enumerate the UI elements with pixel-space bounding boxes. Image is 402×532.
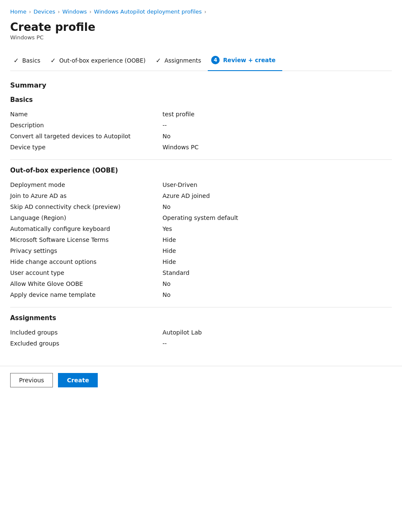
field-hide-account: Hide change account options Hide	[10, 256, 392, 267]
field-privacy: Privacy settings Hide	[10, 245, 392, 256]
field-value-privacy: Hide	[162, 247, 392, 254]
field-white-glove: Allow White Glove OOBE No	[10, 278, 392, 289]
field-label-name: Name	[10, 111, 162, 118]
field-value-license: Hide	[162, 236, 392, 243]
breadcrumb-sep-1: ›	[29, 9, 31, 15]
field-description: Description --	[10, 120, 392, 131]
field-label-device-type: Device type	[10, 144, 162, 151]
field-join-azure: Join to Azure AD as Azure AD joined	[10, 190, 392, 201]
field-value-hide-account: Hide	[162, 258, 392, 265]
field-device-type: Device type Windows PC	[10, 142, 392, 153]
summary-title: Summary	[10, 81, 392, 89]
page-subtitle: Windows PC	[10, 34, 392, 41]
field-language: Language (Region) Operating system defau…	[10, 212, 392, 223]
field-value-name: test profile	[162, 111, 392, 118]
field-value-user-account-type: Standard	[162, 269, 392, 276]
divider-1	[10, 159, 392, 160]
field-label-join-azure: Join to Azure AD as	[10, 192, 162, 199]
field-label-privacy: Privacy settings	[10, 247, 162, 254]
breadcrumb-sep-3: ›	[89, 9, 91, 15]
create-button[interactable]: Create	[58, 373, 98, 387]
field-value-device-name-template: No	[162, 291, 392, 298]
field-label-deployment-mode: Deployment mode	[10, 181, 162, 188]
field-value-skip-ad: No	[162, 203, 392, 210]
field-label-license: Microsoft Software License Terms	[10, 236, 162, 243]
summary-section: Summary Basics Name test profile Descrip…	[10, 81, 392, 349]
field-user-account-type: User account type Standard	[10, 267, 392, 278]
field-label-included-groups: Included groups	[10, 329, 162, 336]
field-label-hide-account: Hide change account options	[10, 258, 162, 265]
step-review[interactable]: 4 Review + create	[208, 51, 282, 71]
field-label-excluded-groups: Excluded groups	[10, 340, 162, 347]
field-label-keyboard: Automatically configure keyboard	[10, 225, 162, 232]
field-label-convert: Convert all targeted devices to Autopilo…	[10, 133, 162, 140]
field-deployment-mode: Deployment mode User-Driven	[10, 179, 392, 190]
breadcrumb-devices[interactable]: Devices	[33, 8, 55, 15]
step-check-assignments: ✓	[156, 57, 161, 64]
field-device-name-template: Apply device name template No	[10, 289, 392, 300]
step-label-review: Review + create	[223, 57, 275, 63]
field-value-description: --	[162, 122, 392, 129]
field-label-skip-ad: Skip AD connectivity check (preview)	[10, 203, 162, 210]
breadcrumb-home[interactable]: Home	[10, 8, 26, 15]
field-value-deployment-mode: User-Driven	[162, 181, 392, 188]
page-title: Create profile	[10, 21, 392, 33]
field-label-white-glove: Allow White Glove OOBE	[10, 280, 162, 287]
breadcrumb-windows[interactable]: Windows	[62, 8, 87, 15]
footer: Previous Create	[0, 366, 402, 394]
step-basics[interactable]: ✓ Basics	[10, 52, 47, 70]
field-value-included-groups: Autopilot Lab	[162, 329, 392, 336]
step-assignments[interactable]: ✓ Assignments	[152, 52, 208, 70]
field-value-convert: No	[162, 133, 392, 140]
section-title-assignments: Assignments	[10, 314, 392, 322]
field-convert: Convert all targeted devices to Autopilo…	[10, 131, 392, 142]
field-label-description: Description	[10, 122, 162, 129]
page-container: Home › Devices › Windows › Windows Autop…	[0, 0, 402, 349]
field-skip-ad: Skip AD connectivity check (preview) No	[10, 201, 392, 212]
field-value-language: Operating system default	[162, 214, 392, 221]
field-name: Name test profile	[10, 109, 392, 120]
step-label-oobe: Out-of-box experience (OOBE)	[59, 57, 146, 64]
field-label-user-account-type: User account type	[10, 269, 162, 276]
field-excluded-groups: Excluded groups --	[10, 338, 392, 349]
field-included-groups: Included groups Autopilot Lab	[10, 327, 392, 338]
field-keyboard: Automatically configure keyboard Yes	[10, 223, 392, 234]
breadcrumb: Home › Devices › Windows › Windows Autop…	[10, 8, 392, 15]
field-label-device-name-template: Apply device name template	[10, 291, 162, 298]
field-value-keyboard: Yes	[162, 225, 392, 232]
field-value-excluded-groups: --	[162, 340, 392, 347]
breadcrumb-sep-2: ›	[58, 9, 60, 15]
breadcrumb-profiles[interactable]: Windows Autopilot deployment profiles	[94, 8, 202, 15]
divider-2	[10, 307, 392, 307]
wizard-steps: ✓ Basics ✓ Out-of-box experience (OOBE) …	[10, 51, 392, 71]
field-label-language: Language (Region)	[10, 214, 162, 221]
step-label-assignments: Assignments	[165, 57, 201, 64]
step-check-basics: ✓	[14, 57, 19, 64]
previous-button[interactable]: Previous	[10, 373, 53, 387]
field-license: Microsoft Software License Terms Hide	[10, 234, 392, 245]
section-title-basics: Basics	[10, 96, 392, 104]
field-value-device-type: Windows PC	[162, 144, 392, 151]
breadcrumb-sep-4: ›	[204, 9, 207, 15]
section-title-oobe: Out-of-box experience (OOBE)	[10, 167, 392, 174]
step-check-oobe: ✓	[50, 57, 56, 64]
step-label-basics: Basics	[22, 57, 41, 64]
field-value-white-glove: No	[162, 280, 392, 287]
step-oobe[interactable]: ✓ Out-of-box experience (OOBE)	[47, 52, 152, 70]
field-value-join-azure: Azure AD joined	[162, 192, 392, 199]
step-num-review: 4	[211, 56, 220, 64]
